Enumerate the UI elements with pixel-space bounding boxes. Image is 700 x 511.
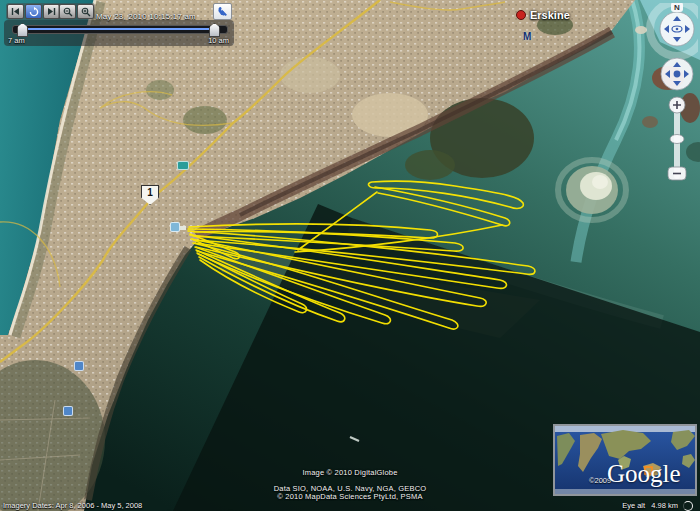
hand-icon bbox=[674, 71, 681, 78]
skip-back-icon bbox=[11, 7, 20, 16]
north-label: N bbox=[674, 3, 680, 12]
time-zoom-out-button[interactable] bbox=[59, 4, 76, 19]
time-slider-start-label: 7 am bbox=[8, 36, 25, 45]
route-number: 1 bbox=[147, 187, 153, 204]
place-erskine[interactable]: Erskine bbox=[516, 9, 570, 21]
marina-icon[interactable]: M bbox=[523, 31, 531, 42]
time-toolbar-group-zoom bbox=[58, 3, 95, 20]
magnifier-plus-icon bbox=[81, 7, 91, 17]
look-joystick[interactable]: N bbox=[650, 3, 698, 56]
time-loop-icon bbox=[29, 7, 39, 17]
place-label: Erskine bbox=[530, 9, 570, 21]
poi-icon[interactable] bbox=[74, 361, 84, 371]
poi-icon[interactable] bbox=[177, 161, 189, 170]
place-dot-icon bbox=[516, 10, 526, 20]
navigation-controls: N bbox=[640, 3, 698, 189]
google-logo: Google bbox=[607, 460, 681, 488]
time-slider-panel: 7 am 10 am bbox=[4, 20, 234, 46]
time-slider-start-handle[interactable] bbox=[17, 23, 28, 37]
time-slider-end-handle[interactable] bbox=[209, 23, 220, 37]
time-toolbar-group-playback bbox=[6, 3, 61, 20]
skip-forward-icon bbox=[47, 7, 56, 16]
wrench-icon bbox=[217, 6, 228, 17]
boat-ramp bbox=[179, 226, 186, 230]
coordinates-readout: 32°34'29.13" S 115°41'26.66" E elev 0 m bbox=[0, 501, 460, 511]
time-step-back-button[interactable] bbox=[7, 4, 24, 19]
time-slider-end-label: 10 am bbox=[208, 36, 229, 45]
overview-map[interactable]: ©2009 Google bbox=[553, 424, 697, 496]
time-slider-track[interactable] bbox=[12, 25, 228, 34]
poi-icon[interactable] bbox=[170, 222, 180, 232]
time-slider-range bbox=[21, 28, 217, 30]
time-zoom-in-button[interactable] bbox=[77, 4, 94, 19]
eye-altitude: Eye alt 4.98 km bbox=[622, 501, 678, 510]
poi-icon[interactable] bbox=[63, 406, 73, 416]
time-play-button[interactable] bbox=[25, 4, 42, 19]
google-earth-window: May 23, 2010 10:15:17 am 7 am 10 am N bbox=[0, 0, 700, 511]
magnifier-minus-icon bbox=[63, 7, 73, 17]
streaming-indicator-icon bbox=[683, 501, 693, 511]
zoom-slider-handle[interactable] bbox=[670, 135, 684, 144]
move-joystick[interactable] bbox=[661, 58, 693, 90]
zoom-slider bbox=[668, 97, 686, 180]
time-options-button[interactable] bbox=[213, 3, 232, 20]
